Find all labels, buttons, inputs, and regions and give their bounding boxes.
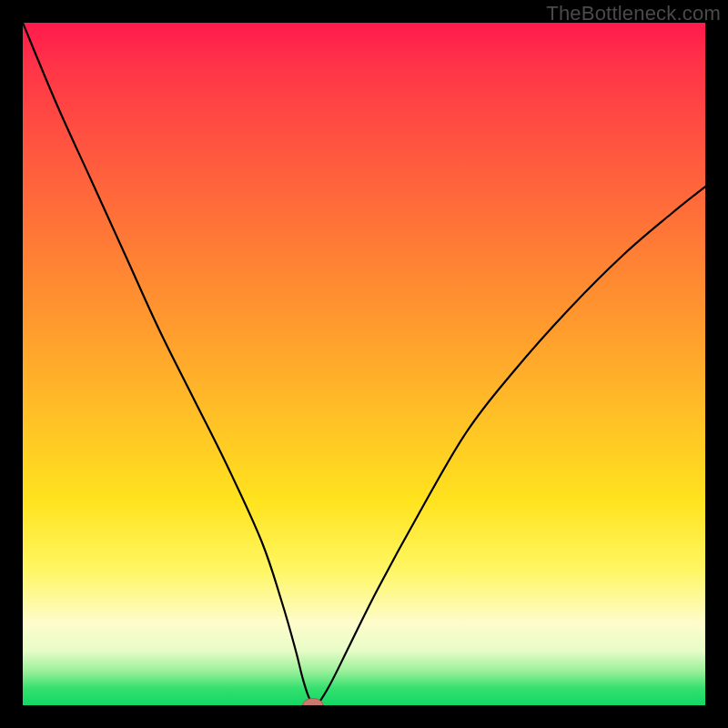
chart-frame: TheBottleneck.com [0, 0, 728, 728]
watermark-text: TheBottleneck.com [546, 2, 721, 25]
plot-area [23, 23, 705, 705]
curve-svg [23, 23, 705, 705]
bottleneck-curve [23, 23, 705, 705]
